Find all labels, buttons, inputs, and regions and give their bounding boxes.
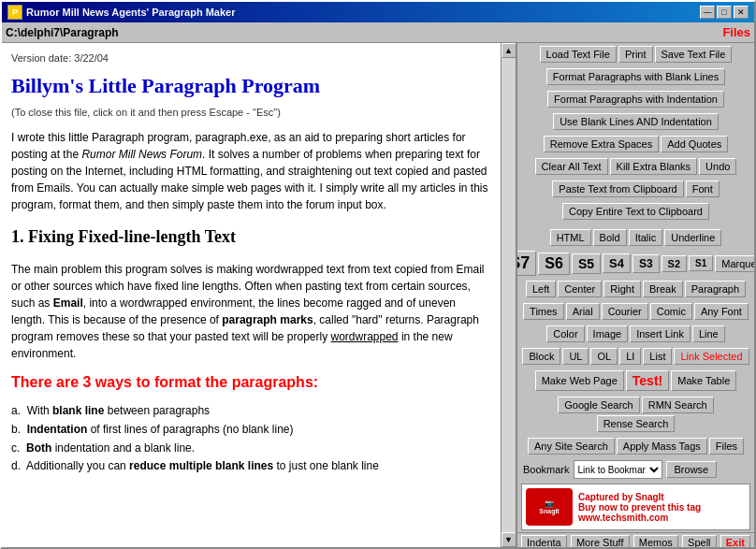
size-s5-btn[interactable]: S5 <box>572 253 601 274</box>
spell-btn[interactable]: Spell <box>682 535 716 547</box>
bookmark-label: Bookmark <box>523 464 570 475</box>
scroll-track[interactable] <box>502 58 516 532</box>
apply-mass-tags-btn[interactable]: Apply Mass Tags <box>617 438 707 455</box>
close-button[interactable]: ✕ <box>734 6 749 19</box>
format-blank-lines-btn[interactable]: Format Paragraphs with Blank Lines <box>546 68 725 85</box>
size-s1-btn[interactable]: S1 <box>689 255 713 271</box>
size-s7-btn[interactable]: S7 <box>516 251 536 276</box>
minimize-button[interactable]: — <box>700 6 715 19</box>
snagit-line3: www.techsmith.com <box>578 513 701 523</box>
scroll-down-btn[interactable]: ▼ <box>502 532 516 547</box>
test-btn[interactable]: Test! <box>626 370 669 391</box>
row-html-format: HTML Bold Italic Underline <box>517 226 754 249</box>
format-indentation-btn[interactable]: Format Paragraphs with Indentation <box>547 91 724 108</box>
kill-extra-blanks-btn[interactable]: Kill Extra Blanks <box>610 158 697 175</box>
make-table-btn[interactable]: Make Table <box>671 370 736 391</box>
title-bar-left: P Rumor Mill News Agents' Paragraph Make… <box>7 5 236 20</box>
italic-btn[interactable]: Italic <box>629 229 663 246</box>
courier-btn[interactable]: Courier <box>602 303 648 320</box>
save-text-file-btn[interactable]: Save Text File <box>655 46 733 63</box>
size-s2-btn[interactable]: S2 <box>662 255 687 272</box>
list-item-d: d. Additionally you can reduce multiple … <box>11 458 491 474</box>
arial-btn[interactable]: Arial <box>566 303 600 320</box>
row-blank-indent: Use Blank Lines AND Indentation <box>517 110 754 133</box>
marquee-btn[interactable]: Marquee <box>715 255 754 272</box>
rmn-search-btn[interactable]: RMN Search <box>642 397 714 413</box>
block-btn[interactable]: Block <box>522 348 560 365</box>
right-panel: Load Text File Print Save Text File Form… <box>516 43 754 547</box>
ol-btn[interactable]: OL <box>590 348 618 365</box>
window-title: Rumor Mill News Agents' Paragraph Maker <box>26 7 236 18</box>
remove-extra-spaces-btn[interactable]: Remove Extra Spaces <box>544 136 659 152</box>
scroll-up-btn[interactable]: ▲ <box>502 43 516 58</box>
snagit-banner: 📷 SnagIt Captured by SnagIt Buy now to p… <box>521 484 750 530</box>
size-s3-btn[interactable]: S3 <box>632 254 660 273</box>
text-content[interactable]: Version date: 3/22/04 Billym's Little Pa… <box>2 43 501 547</box>
line-btn[interactable]: Line <box>692 325 725 342</box>
files-menu[interactable]: Files <box>722 25 750 39</box>
load-text-file-btn[interactable]: Load Text File <box>540 46 617 63</box>
row-color-image: Color Image Insert Link Line <box>517 323 754 345</box>
ul-btn[interactable]: UL <box>562 348 589 365</box>
google-search-btn[interactable]: Google Search <box>558 397 639 413</box>
rense-search-btn[interactable]: Rense Search <box>597 415 676 432</box>
app-icon: P <box>7 5 22 20</box>
version-date: Version date: 3/22/04 <box>11 51 491 66</box>
underline-btn[interactable]: Underline <box>664 229 721 246</box>
maximize-button[interactable]: □ <box>717 6 732 19</box>
bookmark-select[interactable]: Link to Bookmar <box>574 460 662 479</box>
print-btn[interactable]: Print <box>618 46 653 63</box>
list-item-a: a. With blank line between paragraphs <box>11 403 491 419</box>
file-path: C:\delphi7\Paragraph <box>6 26 119 39</box>
more-stuff-btn[interactable]: More Stuff <box>571 535 630 547</box>
add-quotes-btn[interactable]: Add Quotes <box>661 136 728 152</box>
clear-all-text-btn[interactable]: Clear All Text <box>535 158 608 175</box>
size-s6-btn[interactable]: S6 <box>538 253 570 275</box>
files-btn[interactable]: Files <box>709 438 744 455</box>
row-align: Left Center Right Break Paragraph <box>517 278 754 300</box>
image-btn[interactable]: Image <box>587 325 629 342</box>
bookmark-row: Bookmark Link to Bookmar Browse <box>517 457 754 482</box>
exit-btn[interactable]: Exit <box>720 535 750 547</box>
title-buttons: — □ ✕ <box>700 6 749 19</box>
left-btn[interactable]: Left <box>526 281 556 297</box>
make-web-page-btn[interactable]: Make Web Page <box>535 370 624 391</box>
li-btn[interactable]: LI <box>619 348 641 365</box>
section1-heading: 1. Fixing Fixed-line-length Text <box>11 224 491 250</box>
bold-btn[interactable]: Bold <box>593 229 627 246</box>
list-item-c: c. Both indentation and a blank line. <box>11 441 491 456</box>
size-s4-btn[interactable]: S4 <box>603 253 631 273</box>
any-site-search-btn[interactable]: Any Site Search <box>528 438 615 455</box>
copy-entire-btn[interactable]: Copy Entire Text to Clipboard <box>562 203 709 220</box>
any-font-btn[interactable]: Any Font <box>694 303 749 320</box>
undo-btn[interactable]: Undo <box>699 158 736 175</box>
indenta-btn[interactable]: Indenta <box>521 535 567 547</box>
html-btn[interactable]: HTML <box>550 229 591 246</box>
paste-clipboard-btn[interactable]: Paste Text from Clipboard <box>552 181 683 197</box>
comic-btn[interactable]: Comic <box>650 303 692 320</box>
body-text-1: The main problem this program solves is … <box>11 261 491 362</box>
font-size-row: S7 S6 S5 S4 S3 S2 S1 Marquee <box>517 249 754 278</box>
list-btn[interactable]: List <box>643 348 672 365</box>
paragraph-btn[interactable]: Paragraph <box>685 281 746 297</box>
link-selected-btn[interactable]: Link Selected <box>674 348 749 365</box>
main-window: P Rumor Mill News Agents' Paragraph Make… <box>0 0 756 549</box>
program-title: Billym's Little Paragraph Program <box>11 70 491 101</box>
menu-bar: C:\delphi7\Paragraph Files <box>2 22 754 43</box>
right-btn[interactable]: Right <box>603 281 641 297</box>
row-paste-font: Paste Text from Clipboard Font <box>517 178 754 200</box>
red-heading: There are 3 ways to format the paragraph… <box>11 371 491 394</box>
main-area: Version date: 3/22/04 Billym's Little Pa… <box>2 43 754 547</box>
color-btn[interactable]: Color <box>546 325 584 342</box>
times-btn[interactable]: Times <box>523 303 564 320</box>
insert-link-btn[interactable]: Insert Link <box>630 325 691 342</box>
snagit-logo: 📷 SnagIt <box>526 488 573 526</box>
break-btn[interactable]: Break <box>643 281 683 297</box>
browse-btn[interactable]: Browse <box>666 461 718 478</box>
center-btn[interactable]: Center <box>558 281 602 297</box>
blank-and-indent-btn[interactable]: Use Blank Lines AND Indentation <box>553 113 719 130</box>
memos-btn[interactable]: Memos <box>633 535 678 547</box>
font-btn[interactable]: Font <box>686 181 720 197</box>
row-copy-entire: Copy Entire Text to Clipboard <box>517 200 754 223</box>
row-fonts: Times Arial Courier Comic Any Font <box>517 300 754 323</box>
